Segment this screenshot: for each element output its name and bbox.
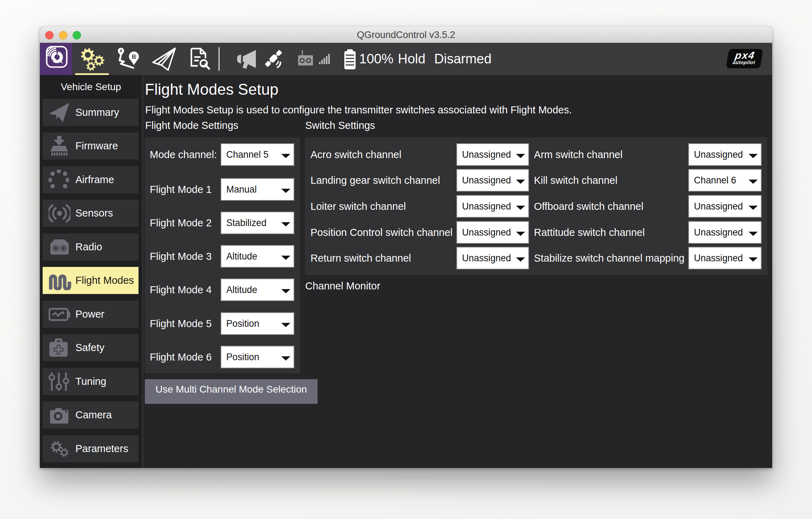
svg-text:B: B [132,54,136,60]
svg-text:A: A [119,49,122,53]
